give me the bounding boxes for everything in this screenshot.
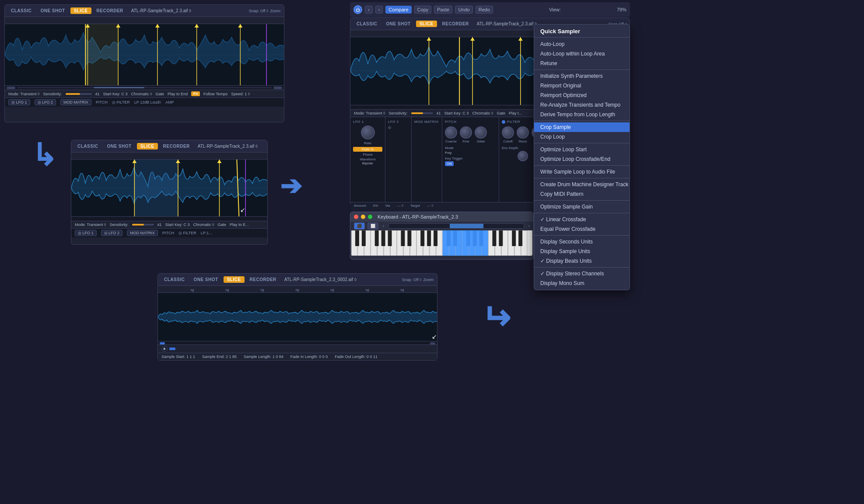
lfo2-btn-1[interactable]: ◎ LFO 2 [35, 99, 56, 105]
chromatic-2: Chromatic ◊ [193, 222, 214, 227]
play-loop-btn[interactable] [161, 346, 168, 352]
panel4-scrollbar[interactable] [158, 341, 437, 344]
menu-reimport-opt[interactable]: Reimport Optimized [534, 90, 630, 100]
menu-sep-7 [534, 213, 630, 213]
menu-auto-loop-within[interactable]: Auto-Loop within Loop Area [534, 49, 630, 59]
tab-oneshot-4[interactable]: ONE SHOT [190, 276, 221, 283]
midi-btn[interactable]: ⬛ [354, 222, 365, 229]
menu-init-synth[interactable]: Initialize Synth Parameters [534, 71, 630, 81]
sensitivity-label-1: Sensitivity: [43, 92, 62, 96]
menu-disp-samples[interactable]: Display Sample Units [534, 247, 630, 256]
reso-knob[interactable] [517, 126, 529, 139]
piano-keys[interactable] [351, 230, 532, 256]
menu-sep-6 [534, 200, 630, 201]
paste-button[interactable]: Paste [434, 6, 452, 14]
panel4-info-bar: Sample Start: 1 1 1 Sample End: 2 1 85 S… [158, 353, 437, 360]
redo-button[interactable]: Redo [476, 6, 493, 14]
filter-label: FILTER [507, 120, 520, 124]
on-btn[interactable]: ON [445, 161, 454, 166]
tab-classic-4[interactable]: CLASSIC [161, 276, 188, 283]
svg-marker-110 [164, 348, 166, 350]
key-nav-prev[interactable]: ‹ [383, 224, 384, 228]
tab-recorder-2[interactable]: RECORDER [160, 143, 193, 149]
menu-crop-loop[interactable]: Crop Loop [534, 132, 630, 142]
menu-derive-tempo[interactable]: Derive Tempo from Loop Length [534, 110, 630, 119]
menu-crop-sample[interactable]: Crop Sample [534, 122, 630, 132]
sensitivity-value-2: 41 [157, 222, 162, 227]
panel1-ruler: ruler ticks [5, 17, 284, 24]
menu-disp-stereo[interactable]: Display Stereo Channels [534, 269, 630, 278]
glide-knob[interactable] [475, 126, 487, 139]
fine-knob[interactable] [460, 126, 472, 139]
traffic-light-yellow[interactable] [361, 215, 365, 219]
menu-create-dm[interactable]: Create Drum Machine Designer Track [534, 180, 630, 189]
waveform-start-marker[interactable] [169, 348, 175, 350]
mod-matrix-btn-1[interactable]: MOD MATRIX [60, 99, 91, 105]
arrow-down-right: ↵ [481, 297, 511, 338]
lfo1-btn-1[interactable]: ◎ LFO 1 [8, 99, 30, 105]
mod-matrix-btn-2[interactable]: MOD MATRIX [127, 230, 158, 236]
filename-4: ATL-RP-SampleTrack_2.3_0002.aif ◊ [284, 277, 400, 282]
menu-equal-power[interactable]: Equal Power Crossfade [534, 224, 630, 234]
tab-recorder-1[interactable]: RECORDER [93, 7, 127, 14]
panel2-scrollbar[interactable] [71, 216, 267, 221]
menu-linear-cross[interactable]: Linear Crossfade [534, 215, 630, 224]
tab-classic-1[interactable]: CLASSIC [7, 7, 35, 14]
panel1-waveform[interactable] [5, 24, 284, 85]
panel4-waveform[interactable]: ↙ [158, 293, 437, 341]
menu-opt-loop-start[interactable]: Optimize Loop Start [534, 145, 630, 154]
svg-rect-74 [355, 230, 359, 246]
traffic-light-green[interactable] [368, 215, 372, 219]
cutoff-knob[interactable] [502, 126, 514, 139]
lfo1-btn-2[interactable]: ◎ LFO 1 [75, 230, 97, 236]
tab-slice-4[interactable]: SLICE [224, 276, 245, 283]
tab-slice-1[interactable]: SLICE [70, 7, 91, 14]
traffic-light-red[interactable] [354, 215, 358, 219]
tab-oneshot-3[interactable]: ONE SHOT [382, 21, 414, 27]
rate-knob[interactable] [361, 125, 375, 139]
menu-write-loop[interactable]: Write Sample Loop to Audio File [534, 167, 630, 177]
undo-button[interactable]: Undo [455, 6, 472, 14]
lfo2-placeholder: ◎ [388, 125, 409, 129]
lfo2-btn-2[interactable]: ◎ LFO 2 [101, 230, 123, 236]
tab-classic-2[interactable]: CLASSIC [74, 143, 101, 149]
tab-recorder-3[interactable]: RECORDER [439, 21, 472, 27]
menu-disp-mono[interactable]: Display Mono Sum [534, 278, 630, 288]
sampler-panel-4: CLASSIC ONE SHOT SLICE RECORDER ATL-RP-S… [157, 273, 437, 361]
fade-out-label: Fade Out Length: 0 0 11 [335, 355, 378, 359]
tab-oneshot-1[interactable]: ONE SHOT [37, 7, 68, 14]
menu-disp-seconds[interactable]: Display Seconds Units [534, 237, 630, 247]
tab-slice-2[interactable]: SLICE [137, 143, 158, 149]
coarse-knob[interactable] [445, 126, 457, 139]
tab-classic-3[interactable]: CLASSIC [353, 21, 381, 27]
menu-opt-loop-cross[interactable]: Optimize Loop Crossfade/End [534, 154, 630, 164]
menu-reimport-orig[interactable]: Reimport Original [534, 81, 630, 90]
compare-button[interactable]: Compare [385, 6, 411, 14]
tab-slice-3[interactable]: SLICE [416, 21, 437, 27]
menu-disp-beats[interactable]: Display Beats Units [534, 256, 630, 266]
nav-next-button[interactable]: › [375, 6, 383, 14]
menu-opt-gain[interactable]: Optimize Sample Gain [534, 202, 630, 212]
menu-auto-loop[interactable]: Auto-Loop [534, 39, 630, 49]
panel2-waveform[interactable]: ↙ [71, 160, 267, 216]
menu-reanalyze[interactable]: Re-Analyze Transients and Tempo [534, 100, 630, 110]
svg-rect-86 [466, 230, 470, 246]
copy-button[interactable]: Copy [414, 6, 432, 14]
amount-label: Amount [354, 204, 366, 209]
menu-copy-midi[interactable]: Copy MIDI Pattern [534, 189, 630, 199]
nav-prev-button[interactable]: ‹ [365, 6, 373, 14]
env-depth-knob[interactable] [518, 151, 528, 161]
key-nav-next[interactable]: › [528, 224, 530, 228]
tab-recorder-4[interactable]: RECORDER [246, 276, 280, 283]
filter-btn-2[interactable]: ◎ FILTER [178, 231, 196, 235]
lfo1-label: LFO 1 [353, 120, 382, 124]
keyboard-titlebar: Keyboard - ATL-RP-SampleTrack_2.3 [350, 212, 533, 222]
key-btn[interactable]: ⬜ [367, 222, 378, 229]
power-button[interactable]: ⏻ [353, 5, 362, 14]
panel1-scrollbar[interactable] [5, 85, 284, 90]
tab-oneshot-2[interactable]: ONE SHOT [103, 143, 135, 149]
svg-rect-77 [381, 230, 385, 246]
menu-retune[interactable]: Retune [534, 59, 630, 68]
filter-btn-1[interactable]: ◎ FILTER [112, 100, 130, 104]
fade-in-btn[interactable]: Fade In [353, 147, 382, 152]
